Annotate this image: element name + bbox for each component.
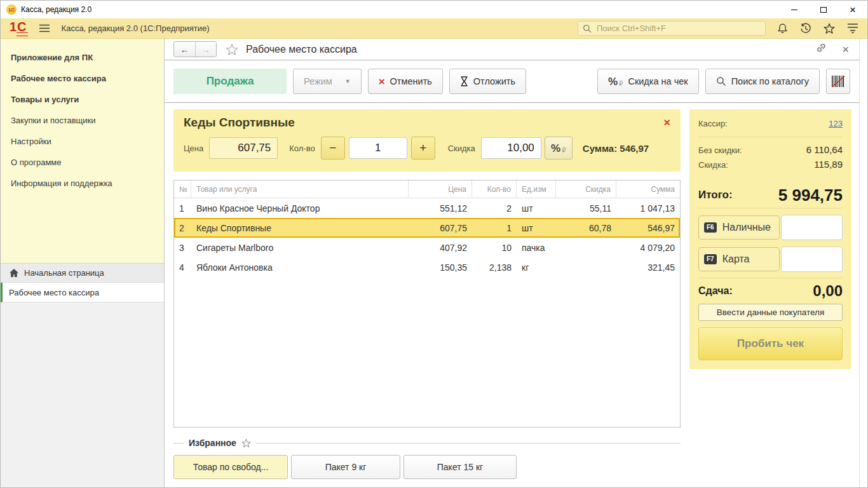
change-label: Сдача: (698, 284, 733, 298)
cancel-button[interactable]: × Отменить (368, 69, 443, 94)
search-icon (716, 76, 726, 86)
customer-data-button[interactable]: Ввести данные покупателя (698, 304, 843, 321)
remove-item-icon[interactable]: × (663, 117, 670, 128)
cash-button[interactable]: F6 Наличные (698, 215, 780, 240)
minimize-button[interactable] (780, 1, 809, 18)
table-row[interactable]: 2Кеды Спортивные607,751шт60,78546,97 (174, 218, 680, 238)
sidebar-item[interactable]: Рабочее место кассира (1, 68, 164, 89)
barcode-icon (831, 74, 846, 88)
barcode-button[interactable] (826, 69, 850, 94)
favorite-item-button[interactable]: Пакет 15 кг (403, 455, 517, 479)
price-input[interactable] (209, 137, 278, 159)
discount-total-label: Скидка: (698, 158, 728, 172)
favorites-divider: Избранное (173, 438, 681, 448)
back-button[interactable]: ← (174, 42, 195, 57)
main-content: ← → Рабочее место кассира × Продажа Реж (165, 39, 859, 487)
maximize-button[interactable] (809, 1, 838, 18)
sale-mode-badge: Продажа (173, 69, 287, 94)
tab-home-page[interactable]: Начальная страница (1, 263, 164, 283)
sidebar-item[interactable]: Приложение для ПК (1, 47, 164, 68)
notifications-icon[interactable] (775, 23, 789, 34)
cashier-link[interactable]: 123 (829, 117, 843, 131)
divider (698, 137, 843, 137)
close-window-button[interactable]: × (838, 1, 867, 18)
discount-type-button[interactable]: %₽ (545, 137, 573, 159)
table-cell: 3 (174, 238, 191, 257)
f6-key-badge: F6 (704, 222, 717, 233)
close-page-icon[interactable]: × (842, 44, 849, 55)
service-menu-icon[interactable] (846, 23, 860, 34)
app-icon: 1С (6, 4, 17, 15)
table-cell: Кеды Спортивные (191, 218, 409, 238)
global-search[interactable] (578, 21, 766, 36)
card-amount-input[interactable] (781, 247, 843, 272)
table-row[interactable]: 1Вино Красное Черный Доктор551,122шт55,1… (174, 198, 680, 218)
tab-cashier-workplace[interactable]: Рабочее место кассира (1, 283, 164, 302)
defer-button[interactable]: Отложить (449, 69, 526, 94)
qty-plus-button[interactable]: + (411, 137, 435, 159)
tab-label: Начальная страница (24, 268, 104, 278)
column-header[interactable]: Кол-во (472, 180, 517, 198)
column-header[interactable]: Товар или услуга (191, 180, 409, 198)
sidebar-item[interactable]: Информация и поддержка (1, 173, 164, 194)
qty-minus-button[interactable]: − (321, 137, 345, 159)
table-cell: Яблоки Антоновка (191, 257, 409, 277)
app-title: Касса, редакция 2.0 (1С:Предприятие) (62, 24, 210, 33)
table-cell (556, 257, 616, 277)
link-icon[interactable] (816, 43, 827, 56)
window-titlebar: 1С Касса, редакция 2.0 × (1, 1, 867, 18)
sidebar-menu: Приложение для ПКРабочее место кассираТо… (1, 39, 164, 263)
window-title: Касса, редакция 2.0 (21, 5, 92, 14)
favorite-item-button[interactable]: Товар по свобод... (173, 455, 288, 479)
table-cell: 607,75 (409, 218, 472, 238)
table-cell: 2 (174, 218, 191, 238)
favorite-page-icon[interactable] (226, 43, 238, 56)
checkout-button[interactable]: Пробить чек (698, 327, 843, 360)
total-value: 5 994,75 (778, 188, 843, 202)
favorite-item-button[interactable]: Пакет 9 кг (291, 455, 400, 479)
divider (698, 278, 843, 278)
mode-button[interactable]: Режим ▼ (293, 69, 362, 94)
column-header[interactable]: Сумма (616, 180, 680, 198)
cancel-x-icon: × (379, 76, 385, 87)
column-header[interactable]: Цена (409, 180, 472, 198)
table-row[interactable]: 4Яблоки Антоновка150,352,138кг321,45 (174, 257, 680, 277)
divider (698, 208, 843, 208)
search-input[interactable] (595, 23, 761, 34)
sidebar-item[interactable]: О программе (1, 152, 164, 173)
tab-label: Рабочее место кассира (9, 288, 99, 297)
home-icon (9, 268, 19, 278)
sidebar-item[interactable]: Товары и услуги (1, 89, 164, 110)
favorites-star-icon[interactable] (241, 438, 251, 448)
main-menu-icon[interactable] (39, 24, 50, 32)
search-icon (583, 24, 592, 33)
qty-input[interactable] (349, 137, 407, 159)
page-title: Рабочее место кассира (246, 44, 357, 55)
table-cell: 2 (472, 198, 517, 218)
sidebar-item[interactable]: Закупки и поставщики (1, 110, 164, 131)
sidebar-item[interactable]: Настройки (1, 131, 164, 152)
column-header[interactable]: Ед.изм (517, 180, 556, 198)
table-row[interactable]: 3Сигареты Marlboro407,9210пачка4 079,20 (174, 238, 680, 257)
table-cell: 546,97 (616, 218, 680, 238)
catalog-search-button[interactable]: Поиск по каталогу (705, 69, 820, 94)
favorites-icon[interactable] (822, 23, 836, 34)
summary-panel: Кассир: 123 Без скидки: 6 110,64 Скидка:… (689, 109, 851, 369)
table-cell: Вино Красное Черный Доктор (191, 198, 409, 218)
change-value: 0,00 (813, 284, 843, 298)
column-header[interactable]: Скидка (556, 180, 616, 198)
content-body: Кеды Спортивные × Цена Кол-во − + Скидка (165, 103, 859, 487)
right-gutter (859, 39, 867, 487)
sidebar-fill (1, 302, 164, 487)
cash-amount-input[interactable] (781, 215, 843, 240)
receipt-discount-button[interactable]: %₽ Скидка на чек (597, 69, 699, 94)
discount-input[interactable] (481, 137, 541, 159)
forward-button[interactable]: → (195, 42, 216, 57)
table-cell: 4 (174, 257, 191, 277)
table-cell: 1 (472, 218, 517, 238)
card-button[interactable]: F7 Карта (698, 247, 780, 271)
history-icon[interactable] (799, 23, 813, 34)
column-header[interactable]: № (174, 180, 191, 198)
app-window: 1С Касса, редакция 2.0 × 1С Касса, редак… (0, 0, 868, 488)
nav-buttons: ← → (173, 41, 217, 57)
